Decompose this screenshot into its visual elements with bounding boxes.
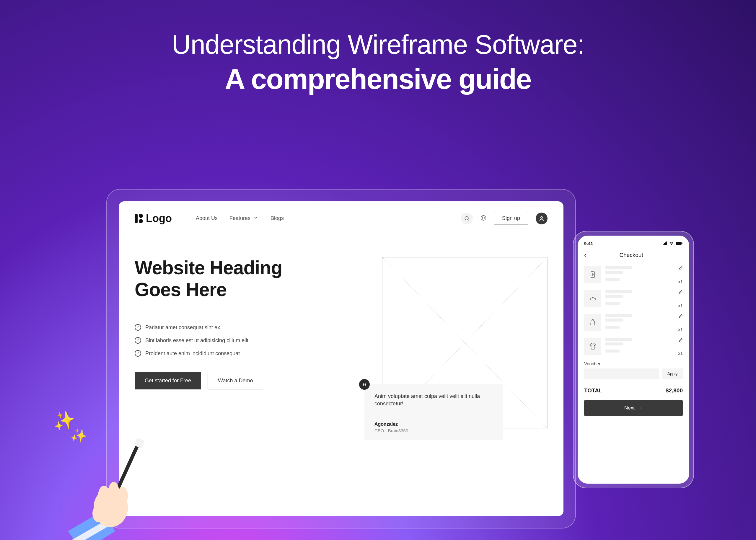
item-qty: x1 <box>678 303 683 308</box>
voucher-section: Voucher Apply <box>584 361 683 379</box>
nav-features-label: Features <box>229 215 250 221</box>
wifi-icon <box>669 241 674 246</box>
logo[interactable]: Logo <box>135 212 172 225</box>
check-icon: ✓ <box>135 350 141 357</box>
battery-icon <box>676 241 683 246</box>
cart-item: x1 <box>584 314 683 332</box>
cart-item: x1 <box>584 290 683 308</box>
hand-illustration: ✨ ✨ <box>50 407 168 540</box>
globe-icon[interactable] <box>481 215 486 222</box>
svg-point-3 <box>541 216 543 218</box>
svg-rect-4 <box>663 244 664 245</box>
signal-icon <box>663 241 668 246</box>
shirt-icon <box>584 338 601 355</box>
nav-about[interactable]: About Us <box>196 215 218 221</box>
svg-rect-9 <box>676 242 681 245</box>
phone-device: 9:41 ‹ Checkout x1 <box>573 231 694 488</box>
voucher-input[interactable] <box>584 368 659 379</box>
svg-point-20 <box>92 504 105 522</box>
bag-icon <box>584 314 601 331</box>
total-label: TOTAL <box>584 387 602 394</box>
chevron-down-icon <box>253 215 259 222</box>
testimonial-card: Anim voluptate amet culpa velit velit el… <box>365 384 503 440</box>
item-qty: x1 <box>678 279 683 284</box>
tablet-device: Logo About Us Features Blogs Sign up <box>106 189 576 528</box>
bullet-item: ✓ Sint laboris esse est ut adipisicing c… <box>135 337 370 344</box>
search-icon[interactable] <box>461 212 473 224</box>
hero: Website Heading Goes Here ✓ Pariatur ame… <box>135 257 547 428</box>
check-icon: ✓ <box>135 324 141 331</box>
svg-rect-10 <box>682 243 682 244</box>
phone-title: Checkout <box>580 252 683 258</box>
signup-button[interactable]: Sign up <box>494 212 528 225</box>
logo-text: Logo <box>146 212 172 225</box>
testimonial-author: Agonzalez <box>375 422 493 427</box>
svg-line-1 <box>468 219 469 220</box>
hero-bullets: ✓ Pariatur amet consequat sint ex ✓ Sint… <box>135 324 370 357</box>
edit-icon[interactable] <box>678 314 683 320</box>
svg-rect-6 <box>665 242 666 245</box>
logo-icon <box>135 214 143 223</box>
nav-blogs[interactable]: Blogs <box>270 215 284 221</box>
tablet-screen: Logo About Us Features Blogs Sign up <box>119 202 563 516</box>
cart-list: x1 x1 x1 <box>584 266 683 356</box>
nav-features[interactable]: Features <box>229 215 259 222</box>
total-row: TOTAL $2,800 <box>584 387 683 394</box>
arrow-right-icon: → <box>638 405 643 411</box>
svg-point-18 <box>98 486 110 506</box>
navbar: Logo About Us Features Blogs Sign up <box>135 212 547 225</box>
svg-point-19 <box>108 482 119 501</box>
svg-point-0 <box>465 216 468 220</box>
voucher-apply-button[interactable]: Apply <box>662 368 683 379</box>
phone-screen: 9:41 ‹ Checkout x1 <box>578 236 689 483</box>
user-icon[interactable] <box>536 212 547 224</box>
cta-primary-button[interactable]: Get started for Free <box>135 372 201 389</box>
svg-point-8 <box>672 244 672 245</box>
edit-icon[interactable] <box>678 266 683 272</box>
hero-heading: Website Heading Goes Here <box>135 257 370 301</box>
svg-rect-7 <box>666 241 667 245</box>
sparkle-icon: ✨ <box>70 427 88 444</box>
cart-item: x1 <box>584 266 683 284</box>
status-time: 9:41 <box>584 241 593 246</box>
bullet-item: ✓ Proident aute enim incididunt consequa… <box>135 350 370 357</box>
title-line-1: Understanding Wireframe Software: <box>0 30 756 60</box>
quote-icon <box>359 379 370 390</box>
cart-item: x1 <box>584 338 683 356</box>
item-qty: x1 <box>678 327 683 332</box>
nav-divider <box>184 215 184 222</box>
bolt-icon <box>584 266 601 283</box>
next-button[interactable]: Next → <box>584 400 683 416</box>
item-qty: x1 <box>678 351 683 356</box>
testimonial-role: CEO - Brain3360 <box>375 428 493 433</box>
cta-secondary-button[interactable]: Watch a Demo <box>208 372 263 389</box>
status-bar: 9:41 <box>584 241 683 246</box>
title-line-2: A comprehensive guide <box>0 63 756 95</box>
total-value: $2,800 <box>666 387 683 394</box>
edit-icon[interactable] <box>678 338 683 344</box>
shoe-icon <box>584 290 601 307</box>
testimonial-text: Anim voluptate amet culpa velit velit el… <box>375 393 493 407</box>
edit-icon[interactable] <box>678 290 683 296</box>
page-title: Understanding Wireframe Software: A comp… <box>0 30 756 95</box>
svg-rect-5 <box>664 243 665 245</box>
bullet-item: ✓ Pariatur amet consequat sint ex <box>135 324 370 331</box>
check-icon: ✓ <box>135 337 141 344</box>
voucher-label: Voucher <box>584 361 683 366</box>
